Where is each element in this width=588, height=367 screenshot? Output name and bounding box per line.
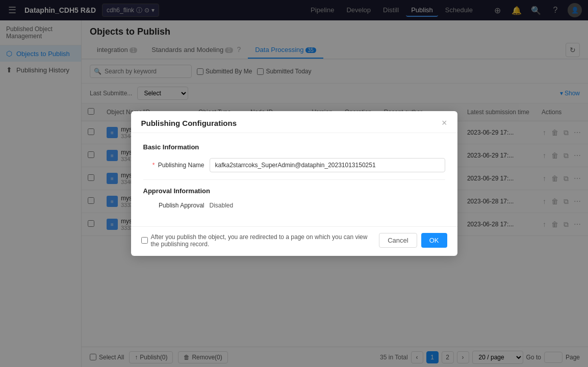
publishing-name-input[interactable] [210, 158, 445, 172]
publishing-name-label: * Publishing Name [143, 162, 210, 169]
cancel-button[interactable]: Cancel [379, 233, 417, 248]
modal-footer: After you publish the object, you are re… [131, 226, 457, 256]
modal-overlay[interactable]: Publishing Configurations × Basic Inform… [0, 0, 588, 367]
ok-button[interactable]: OK [421, 233, 447, 248]
basic-info-section-title: Basic Information [143, 143, 445, 151]
modal-body: Basic Information * Publishing Name Appr… [131, 133, 457, 226]
redirect-checkbox[interactable] [141, 237, 148, 244]
publish-approval-label: Publish Approval [143, 202, 210, 209]
section-divider [143, 179, 445, 180]
modal-header: Publishing Configurations × [131, 111, 457, 133]
publish-approval-row: Publish Approval Disabled [143, 202, 445, 209]
modal-footer-buttons: Cancel OK [379, 233, 447, 248]
modal-close-button[interactable]: × [442, 118, 447, 127]
redirect-checkbox-label[interactable]: After you publish the object, you are re… [141, 233, 374, 248]
redirect-label: After you publish the object, you are re… [151, 233, 374, 248]
required-star: * [152, 162, 155, 169]
publishing-config-modal: Publishing Configurations × Basic Inform… [131, 111, 457, 256]
publishing-name-row: * Publishing Name [143, 158, 445, 172]
modal-title: Publishing Configurations [141, 119, 237, 127]
approval-section-title: Approval Information [143, 187, 445, 195]
publish-approval-value: Disabled [210, 202, 234, 209]
